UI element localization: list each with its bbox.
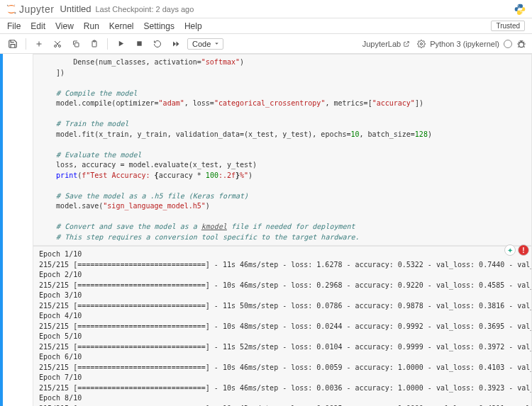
paste-icon[interactable] — [87, 37, 101, 51]
menu-help[interactable]: Help — [184, 21, 202, 31]
cell-type-label: Code — [192, 40, 211, 48]
checkpoint-text: Last Checkpoint: 2 days ago — [96, 5, 194, 13]
gear-icon[interactable] — [417, 40, 426, 48]
logo-text: Jupyter — [19, 4, 54, 15]
svg-point-2 — [14, 4, 15, 5]
jupyter-logo[interactable]: Jupyter — [6, 4, 54, 15]
svg-rect-5 — [75, 43, 79, 47]
menu-settings[interactable]: Settings — [144, 21, 174, 31]
output-plus-icon[interactable]: ✦ — [504, 244, 516, 256]
restart-icon[interactable] — [150, 37, 165, 51]
stop-icon[interactable] — [132, 37, 146, 51]
svg-point-4 — [59, 45, 61, 47]
fast-forward-icon[interactable] — [169, 37, 183, 51]
svg-point-0 — [7, 4, 9, 6]
svg-point-1 — [14, 12, 16, 13]
cell-prompt — [3, 54, 33, 406]
cut-icon[interactable] — [50, 37, 65, 51]
run-icon[interactable] — [113, 37, 128, 51]
svg-point-10 — [519, 42, 524, 47]
output-bug-icon[interactable]: ! — [518, 244, 529, 256]
add-cell-icon[interactable] — [32, 37, 46, 51]
code-editor[interactable]: Dense(num_classes, activation="softmax")… — [33, 54, 532, 246]
menu-edit[interactable]: Edit — [31, 21, 45, 31]
output-toolbar: ✦ ! — [504, 244, 529, 256]
toolbar: Code JupyterLab Python 3 (ipykernel) — [0, 34, 532, 54]
jupyter-icon — [6, 4, 17, 15]
code-cell[interactable]: Dense(num_classes, activation="softmax")… — [0, 54, 532, 406]
menu-bar: File Edit View Run Kernel Settings Help … — [0, 18, 532, 34]
svg-point-9 — [421, 43, 423, 45]
header-bar: Jupyter Untitled Last Checkpoint: 2 days… — [0, 0, 532, 18]
trusted-badge[interactable]: Trusted — [491, 21, 525, 31]
notebook-title[interactable]: Untitled — [60, 4, 91, 14]
cell-type-select[interactable]: Code — [187, 38, 223, 50]
notebook-area: Dense(num_classes, activation="softmax")… — [0, 54, 532, 406]
menu-view[interactable]: View — [55, 21, 74, 31]
kernel-name[interactable]: Python 3 (ipykernel) — [430, 40, 499, 48]
debug-icon[interactable] — [516, 39, 526, 49]
save-icon[interactable] — [6, 37, 20, 51]
menu-run[interactable]: Run — [84, 21, 99, 31]
svg-point-3 — [55, 45, 57, 47]
copy-icon[interactable] — [69, 37, 83, 51]
svg-rect-8 — [137, 41, 141, 45]
menu-kernel[interactable]: Kernel — [109, 21, 134, 31]
external-link-icon — [403, 40, 410, 47]
kernel-status-icon — [504, 40, 512, 48]
jupyterlab-link[interactable]: JupyterLab — [362, 40, 410, 48]
menu-file[interactable]: File — [7, 21, 21, 31]
chevron-down-icon — [214, 40, 220, 47]
cell-output: Epoch 1/10 215/215 [====================… — [33, 246, 532, 406]
python-icon — [514, 3, 526, 16]
